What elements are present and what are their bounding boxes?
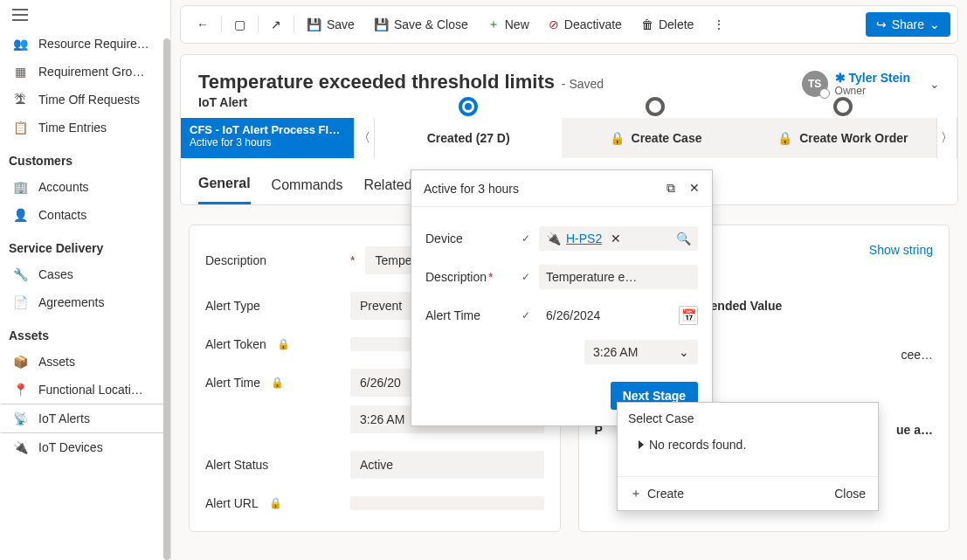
contact-icon: 👤 bbox=[12, 207, 28, 223]
device-icon: 🔌 bbox=[546, 232, 561, 245]
flyout-field-alert-time: Alert Time ✓ 6/26/2024 📅 bbox=[425, 296, 698, 335]
nav-section-assets: Assets bbox=[0, 316, 170, 348]
timeoff-icon: 🏝 bbox=[12, 92, 28, 107]
clear-icon[interactable]: ✕ bbox=[611, 232, 621, 245]
chevron-down-icon[interactable]: ⌄ bbox=[929, 77, 940, 91]
check-icon: ✓ bbox=[521, 271, 530, 283]
bpf-next-button[interactable]: 〉 bbox=[936, 118, 957, 158]
bpf-stage-created[interactable]: Created (27 D) bbox=[375, 118, 562, 158]
check-icon: ✓ bbox=[521, 309, 530, 321]
nav-cases[interactable]: 🔧Cases bbox=[0, 260, 170, 288]
overflow-button[interactable]: ⋮ bbox=[704, 12, 734, 37]
popout-icon: ↗ bbox=[271, 17, 281, 31]
nav-accounts[interactable]: 🏢Accounts bbox=[0, 173, 170, 201]
nav-time-off[interactable]: 🏝Time Off Requests bbox=[0, 86, 170, 114]
tab-general[interactable]: General bbox=[198, 169, 251, 204]
lookup-create-button[interactable]: ＋Create bbox=[630, 486, 684, 501]
lock-icon: 🔒 bbox=[277, 338, 290, 350]
avatar: TS bbox=[802, 71, 828, 97]
nav-iot-alerts[interactable]: 📡IoT Alerts bbox=[0, 404, 170, 433]
date-input[interactable]: 6/26/2024 bbox=[539, 303, 673, 328]
chevron-down-icon: ⌄ bbox=[679, 345, 689, 359]
deactivate-button[interactable]: ⊘Deactivate bbox=[540, 12, 631, 37]
tab-commands[interactable]: Commands bbox=[272, 170, 343, 204]
account-icon: 🏢 bbox=[12, 179, 28, 195]
deactivate-icon: ⊘ bbox=[549, 17, 559, 31]
save-close-button[interactable]: 💾Save & Close bbox=[365, 12, 477, 37]
record-title: Temperature exceeded threshold limits bbox=[198, 71, 555, 93]
calendar-icon[interactable]: 📅 bbox=[679, 306, 698, 325]
back-icon: ← bbox=[197, 17, 209, 31]
new-button[interactable]: ＋New bbox=[479, 11, 538, 38]
wrench-icon: 🔧 bbox=[12, 266, 28, 282]
bpf-bar: CFS - IoT Alert Process Fl… Active for 3… bbox=[181, 118, 957, 158]
chevron-down-icon: ⌄ bbox=[929, 17, 940, 31]
share-icon: ↪ bbox=[876, 17, 887, 31]
people-icon: 👥 bbox=[12, 36, 28, 52]
owner-box[interactable]: TS ✱ Tyler Stein Owner ⌄ bbox=[802, 71, 940, 97]
device-icon: 🔌 bbox=[12, 439, 28, 455]
stage-circle-icon bbox=[833, 97, 853, 116]
lookup-empty: No records found. bbox=[618, 434, 878, 476]
grid-icon: ▦ bbox=[12, 64, 28, 80]
close-icon[interactable]: ✕ bbox=[689, 181, 700, 195]
alert-status-input[interactable]: Active bbox=[350, 451, 544, 479]
nav-contacts[interactable]: 👤Contacts bbox=[0, 201, 170, 229]
nav-assets[interactable]: 📦Assets bbox=[0, 348, 170, 376]
alert-icon: 📡 bbox=[12, 411, 28, 426]
flyout-field-device: Device ✓ 🔌 H-PS2 ✕ 🔍 bbox=[425, 219, 698, 258]
flyout-field-description: Description* ✓ Temperature e… bbox=[425, 258, 698, 296]
plus-icon: ＋ bbox=[487, 17, 500, 32]
nav-iot-devices[interactable]: 🔌IoT Devices bbox=[0, 433, 170, 461]
nav-resource-requirements[interactable]: 👥Resource Require… bbox=[0, 30, 170, 58]
form-selector-button[interactable]: ▢ bbox=[225, 12, 254, 37]
bpf-stage-create-case[interactable]: 🔒 Create Case bbox=[562, 118, 749, 158]
save-icon: 💾 bbox=[307, 17, 321, 31]
save-button[interactable]: 💾Save bbox=[298, 12, 363, 37]
owner-link[interactable]: ✱ Tyler Stein bbox=[835, 71, 910, 85]
bpf-prev-button[interactable]: 〈 bbox=[354, 118, 375, 158]
stage-circle-icon bbox=[459, 97, 478, 116]
description-input[interactable]: Temperature e… bbox=[539, 265, 698, 289]
command-bar: ← ▢ ↗ 💾Save 💾Save & Close ＋New ⊘Deactiva… bbox=[180, 5, 958, 44]
saved-tag: - Saved bbox=[562, 77, 604, 91]
form-icon: ▢ bbox=[234, 17, 245, 31]
field-alert-status: Alert Status Active bbox=[205, 442, 544, 487]
lock-icon: 🔒 bbox=[777, 131, 792, 145]
back-button[interactable]: ← bbox=[188, 12, 218, 37]
flyout-title: Active for 3 hours bbox=[424, 182, 519, 196]
bpf-header[interactable]: CFS - IoT Alert Process Fl… Active for 3… bbox=[181, 118, 354, 158]
bpf-stage-create-wo[interactable]: 🔒 Create Work Order bbox=[749, 118, 936, 158]
more-icon: ⋮ bbox=[713, 17, 725, 31]
entity-name: IoT Alert bbox=[198, 95, 604, 109]
tab-related[interactable]: Related bbox=[363, 170, 411, 204]
delete-button[interactable]: 🗑Delete bbox=[632, 12, 702, 37]
cube-icon: 📦 bbox=[12, 354, 28, 370]
lookup-title: Select Case bbox=[618, 403, 878, 434]
nav-requirement-groups[interactable]: ▦Requirement Gro… bbox=[0, 58, 170, 86]
plus-icon: ＋ bbox=[630, 486, 642, 501]
caret-right-icon bbox=[639, 440, 644, 449]
hamburger-button[interactable] bbox=[0, 0, 170, 30]
bpf-stage-flyout: Active for 3 hours ⧉ ✕ Device ✓ 🔌 H-PS2 … bbox=[411, 169, 713, 426]
data-row: ue a… bbox=[896, 423, 933, 437]
nav-section-customers: Customers bbox=[0, 142, 170, 173]
trash-icon: 🗑 bbox=[641, 17, 653, 31]
check-icon: ✓ bbox=[521, 232, 530, 245]
nav-functional-locations[interactable]: 📍Functional Locati… bbox=[0, 376, 170, 404]
nav-agreements[interactable]: 📄Agreements bbox=[0, 288, 170, 316]
lookup-close-button[interactable]: Close bbox=[834, 486, 866, 501]
device-lookup[interactable]: 🔌 H-PS2 ✕ 🔍 bbox=[539, 226, 698, 251]
alert-url-input bbox=[350, 496, 544, 510]
share-button[interactable]: ↪Share⌄ bbox=[866, 12, 950, 37]
search-icon[interactable]: 🔍 bbox=[676, 232, 691, 245]
doc-icon: 📄 bbox=[12, 294, 28, 310]
show-string-link[interactable]: Show string bbox=[869, 243, 933, 257]
site-nav: 👥Resource Require… ▦Requirement Gro… 🏝Ti… bbox=[0, 0, 171, 560]
dock-icon[interactable]: ⧉ bbox=[667, 181, 675, 195]
popout-button[interactable]: ↗ bbox=[262, 12, 290, 37]
field-alert-url: Alert URL🔒 bbox=[205, 487, 544, 519]
lookup-popup: Select Case No records found. ＋Create Cl… bbox=[617, 402, 879, 511]
time-input[interactable]: 3:26 AM ⌄ bbox=[584, 340, 698, 364]
nav-time-entries[interactable]: 📋Time Entries bbox=[0, 114, 170, 142]
